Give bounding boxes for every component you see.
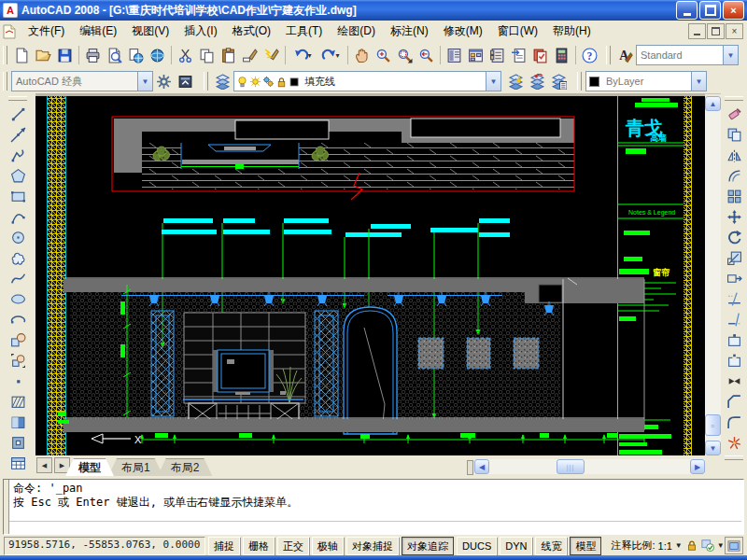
status-toggle-DYN[interactable]: DYN bbox=[500, 537, 532, 555]
scroll-right-button[interactable]: ▶ bbox=[690, 459, 705, 474]
status-toggle-极轴[interactable]: 极轴 bbox=[312, 537, 344, 555]
toolbar-grip[interactable] bbox=[3, 46, 7, 64]
toolbar-button-erase[interactable] bbox=[723, 104, 745, 124]
toolbar-button-rotate[interactable] bbox=[723, 227, 745, 247]
color-swatch-icon[interactable] bbox=[289, 76, 301, 88]
toolbar-button-trim[interactable] bbox=[723, 288, 745, 309]
status-toggle-对象捕捉[interactable]: 对象捕捉 bbox=[346, 537, 399, 555]
toolbar-button-join[interactable] bbox=[723, 371, 745, 391]
toolbar-grip[interactable] bbox=[8, 96, 27, 101]
toolbar-button-my-workspace[interactable] bbox=[175, 71, 196, 92]
tab-模型[interactable]: 模型 bbox=[65, 458, 114, 476]
horizontal-scrollbar[interactable]: ◀ ||| ▶ bbox=[474, 459, 705, 474]
toolbar-button-spline[interactable] bbox=[7, 268, 29, 288]
toolbar-button-copy-object[interactable] bbox=[723, 124, 745, 145]
toolbar-button-match-properties[interactable] bbox=[239, 45, 261, 66]
toolbar-button-layer-make-current[interactable] bbox=[505, 71, 527, 92]
toolbar-button-arc[interactable] bbox=[7, 206, 29, 227]
vertical-scrollbar[interactable]: ▲ ≡ ▼ bbox=[705, 96, 721, 455]
toolbar-button-move[interactable] bbox=[723, 206, 745, 227]
menu-视图V[interactable]: 视图(V) bbox=[124, 21, 176, 42]
toolbar-button-stretch[interactable] bbox=[723, 268, 745, 288]
toolbar-button-new[interactable] bbox=[11, 45, 33, 66]
toolbar-button-construction-line[interactable] bbox=[7, 124, 29, 145]
toolbar-button-array[interactable] bbox=[723, 186, 745, 206]
toolbar-button-block-editor[interactable] bbox=[261, 45, 282, 66]
scroll-down-button[interactable]: ▼ bbox=[705, 441, 721, 455]
toolbar-button-plot[interactable] bbox=[82, 45, 104, 66]
menu-绘图D[interactable]: 绘图(D) bbox=[330, 21, 383, 42]
toolbar-button-explode[interactable] bbox=[723, 432, 745, 453]
chevron-down-icon[interactable]: ▼ bbox=[137, 72, 152, 91]
color-combo[interactable]: ByLayer ▼ bbox=[585, 71, 707, 91]
viewport-sun-icon[interactable] bbox=[262, 76, 275, 88]
scroll-up-button[interactable]: ▲ bbox=[705, 96, 721, 111]
toolbar-button-zoom-window[interactable] bbox=[394, 45, 416, 66]
toolbar-button-make-block[interactable] bbox=[7, 350, 29, 371]
toolbar-button-layer-properties-manager[interactable] bbox=[212, 71, 233, 92]
toolbar-button-redo[interactable]: ▾ bbox=[317, 45, 345, 66]
menu-帮助H[interactable]: 帮助(H) bbox=[545, 21, 599, 42]
menu-文件F[interactable]: 文件(F) bbox=[21, 21, 72, 42]
drawing-canvas[interactable]: 青戈高墙Notes & Legend窗帘X bbox=[35, 93, 705, 455]
status-toggle-线宽[interactable]: 线宽 bbox=[535, 537, 567, 555]
toolbar-button-properties[interactable] bbox=[444, 45, 465, 66]
toolbar-button-sheet-set-manager[interactable] bbox=[508, 45, 529, 66]
toolbar-button-layer-previous[interactable] bbox=[527, 71, 548, 92]
toolbar-button-table[interactable] bbox=[7, 453, 29, 473]
annotation-scale-value[interactable]: 1:1 bbox=[658, 540, 672, 552]
chevron-down-icon[interactable]: ▼ bbox=[675, 541, 683, 550]
tab-nav-prev-icon[interactable]: ◀ bbox=[36, 457, 52, 473]
toolbar-button-pan[interactable] bbox=[351, 45, 373, 66]
toolbar-button-publish[interactable] bbox=[125, 45, 147, 66]
clean-screen-button[interactable] bbox=[725, 537, 743, 554]
toolbar-button-plot-preview[interactable] bbox=[104, 45, 125, 66]
toolbar-grip[interactable] bbox=[725, 455, 743, 460]
toolbar-button-zoom-previous[interactable] bbox=[416, 45, 437, 66]
minimize-button[interactable] bbox=[676, 1, 698, 20]
toolbar-button-zoom-realtime[interactable] bbox=[373, 45, 394, 66]
toolbar-grip[interactable] bbox=[204, 72, 208, 91]
toolbar-button-mirror[interactable] bbox=[723, 145, 745, 165]
status-toggle-对象追踪[interactable]: 对象追踪 bbox=[402, 537, 454, 555]
toolbar-button-scale[interactable] bbox=[723, 247, 745, 268]
restore-button[interactable] bbox=[699, 1, 721, 20]
menu-工具T[interactable]: 工具(T) bbox=[278, 21, 330, 42]
toolbar-button-break-at-point[interactable] bbox=[723, 329, 745, 350]
chevron-down-icon[interactable]: ▼ bbox=[717, 541, 725, 550]
toolbar-button-polyline[interactable] bbox=[7, 145, 29, 165]
menu-插入I[interactable]: 插入(I) bbox=[176, 21, 224, 42]
status-toggle-正交[interactable]: 正交 bbox=[277, 537, 309, 555]
toolbar-button-cut[interactable] bbox=[175, 45, 196, 66]
toolbar-button-revision-cloud[interactable] bbox=[7, 247, 29, 268]
chevron-down-icon[interactable]: ▾ bbox=[307, 51, 311, 60]
toolbar-button-circle[interactable] bbox=[7, 227, 29, 247]
horizontal-scroll-thumb[interactable]: ||| bbox=[557, 459, 585, 474]
annotation-visibility-icon[interactable] bbox=[701, 539, 714, 553]
tab-nav-next-icon[interactable]: ▶ bbox=[54, 457, 70, 473]
status-toggle-捕捉[interactable]: 捕捉 bbox=[208, 537, 240, 555]
toolbar-button-polygon[interactable] bbox=[7, 165, 29, 186]
toolbar-button-extend[interactable] bbox=[723, 309, 745, 329]
chevron-down-icon[interactable]: ▼ bbox=[486, 72, 500, 91]
lock-icon[interactable] bbox=[275, 76, 288, 88]
toolbar-button-save[interactable] bbox=[54, 45, 76, 66]
toolbar-button-open[interactable] bbox=[33, 45, 54, 66]
toolbar-button-line[interactable] bbox=[7, 104, 29, 124]
toolbar-button-undo[interactable]: ▾ bbox=[289, 45, 317, 66]
vertical-scroll-thumb[interactable]: ≡ bbox=[705, 414, 721, 436]
toolbar-button-region[interactable] bbox=[7, 432, 29, 453]
toolbar-button-chamfer[interactable] bbox=[723, 391, 745, 412]
toolbar-button-insert-block[interactable] bbox=[7, 329, 29, 350]
toolbar-button-text-style[interactable]: A bbox=[614, 45, 636, 66]
toolbar-button-rectangle[interactable] bbox=[7, 186, 29, 206]
toolbar-button-markup-set-manager[interactable] bbox=[529, 45, 551, 66]
chevron-down-icon[interactable]: ▼ bbox=[691, 72, 706, 91]
tab-布局1[interactable]: 布局1 bbox=[108, 458, 163, 476]
doc-minimize-button[interactable] bbox=[688, 23, 706, 39]
sun-icon[interactable] bbox=[249, 76, 261, 88]
command-input-area[interactable]: 命令: '_pan按 Esc 或 Enter 键退出, 或单击右键显示快捷菜单。 bbox=[3, 479, 744, 535]
tab-布局2[interactable]: 布局2 bbox=[158, 458, 213, 476]
close-button[interactable]: × bbox=[723, 1, 744, 20]
toolbar-button-quickcalc[interactable] bbox=[551, 45, 572, 66]
